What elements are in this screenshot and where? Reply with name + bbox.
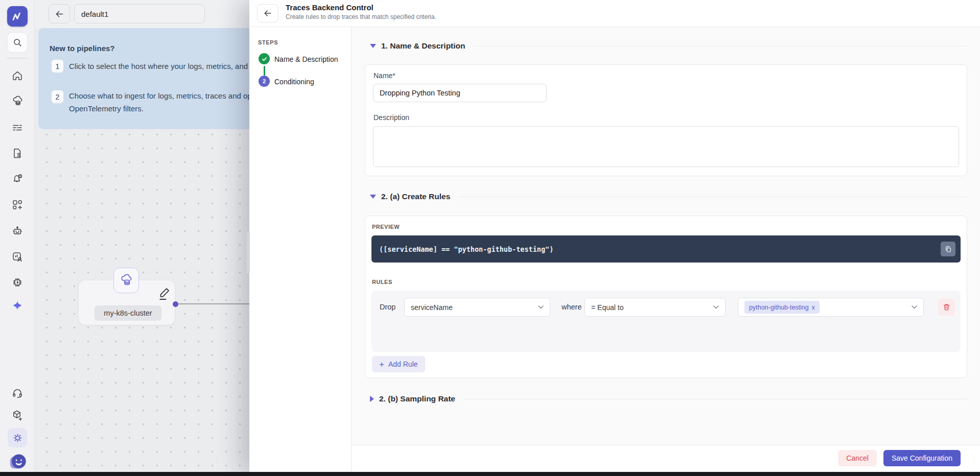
name-label: Name*	[374, 72, 395, 80]
node-connection-handle[interactable]	[173, 301, 178, 307]
middleware-logo[interactable]	[7, 6, 28, 27]
sidebar-item-logs[interactable]	[11, 122, 24, 134]
delete-rule-button[interactable]	[938, 299, 955, 316]
section-divider	[474, 46, 967, 46]
rule-field-select[interactable]: serviceName	[404, 298, 550, 317]
rule-operator-select[interactable]: = Equal to	[585, 298, 726, 317]
sidebar-item-infrastructure[interactable]	[11, 95, 24, 107]
sidebar-item-sessions[interactable]	[11, 251, 24, 263]
drawer-footer: Cancel Save Configuration	[352, 445, 980, 476]
collapse-triangle-icon[interactable]	[370, 44, 376, 48]
drawer-title: Traces Backend Control	[286, 3, 374, 12]
pencil-edit-icon	[157, 286, 172, 301]
rule-connector-text: where	[562, 298, 582, 317]
section-divider	[463, 399, 967, 399]
name-description-card: Name* Description	[365, 64, 967, 176]
arrow-left-icon	[263, 8, 273, 18]
step-active-indicator[interactable]: 2	[259, 76, 270, 87]
rules-label: RULES	[372, 279, 392, 285]
sidebar-item-home[interactable]	[11, 69, 24, 82]
pipeline-name-input[interactable]	[74, 4, 205, 23]
chevron-down-icon	[538, 305, 544, 309]
onboarding-step-text: OpenTelemetry filters.	[69, 104, 144, 113]
cloud-database-icon	[119, 273, 133, 288]
user-avatar[interactable]	[8, 451, 27, 470]
remove-tag-icon[interactable]: x	[812, 304, 815, 311]
create-rules-card: PREVIEW ([serviceName] == "python-github…	[365, 216, 967, 378]
canvas-back-button[interactable]	[49, 4, 70, 23]
sidebar-item-support[interactable]	[11, 387, 24, 399]
log-lines-icon	[11, 122, 24, 134]
search-icon	[12, 37, 23, 48]
section-title: 2. (a) Create Rules	[381, 192, 450, 201]
arrow-left-icon	[54, 9, 65, 19]
pipeline-edge	[178, 303, 250, 304]
rule-value-multiselect[interactable]: python-github-testing x	[738, 298, 924, 317]
cancel-button[interactable]: Cancel	[838, 450, 877, 466]
value-tag-chip: python-github-testing x	[744, 301, 820, 314]
robot-icon	[11, 225, 24, 237]
screen-bottom-edge	[0, 472, 980, 476]
name-input[interactable]	[373, 84, 547, 102]
headset-icon	[11, 387, 24, 399]
cpu-chip-icon	[11, 276, 24, 289]
node-edit-button[interactable]	[157, 286, 172, 301]
onboarding-panel: New to pipelines? 1 Click to select the …	[38, 28, 253, 129]
sidebar-item-ai-bot[interactable]	[11, 225, 24, 237]
rule-preview-code-block: ([serviceName] == "python-github-testing…	[371, 235, 961, 263]
section-header-sampling-rate: 2. (b) Sampling Rate	[370, 393, 967, 404]
chevron-down-icon	[713, 305, 719, 309]
onboarding-step-badge: 2	[51, 90, 64, 104]
rule-row-container: Drop serviceName where = Equal to python…	[371, 291, 961, 352]
package-add-icon	[11, 409, 24, 421]
sidebar-item-synthetics[interactable]	[11, 276, 24, 289]
scrollbar-thumb[interactable]	[247, 232, 250, 273]
step-connector	[264, 66, 265, 76]
sidebar-item-settings[interactable]	[8, 428, 27, 447]
preview-label: PREVIEW	[372, 224, 400, 230]
sidebar-item-reports[interactable]	[11, 147, 24, 159]
gear-icon	[12, 432, 24, 444]
onboarding-step-text: Choose what to ingest for logs, metrics,…	[69, 91, 253, 100]
drawer-subtitle: Create rules to drop traces that match s…	[286, 13, 436, 20]
add-rule-button[interactable]: + Add Rule	[372, 356, 425, 372]
grid-add-icon	[11, 199, 24, 211]
search-button[interactable]	[7, 32, 28, 53]
description-textarea[interactable]	[373, 126, 959, 167]
onboarding-step-badge: 1	[51, 59, 64, 73]
sidebar-item-integrations[interactable]	[11, 409, 24, 421]
sidebar	[0, 0, 35, 476]
steps-heading: STEPS	[258, 39, 278, 45]
onboarding-step-text: Click to select the host where your logs…	[69, 62, 253, 70]
copy-icon	[944, 245, 952, 253]
step-complete-indicator[interactable]	[259, 53, 270, 64]
section-header-create-rules: 2. (a) Create Rules	[370, 191, 967, 202]
trash-icon	[942, 303, 951, 312]
app-screen: New to pipelines? 1 Click to select the …	[0, 0, 980, 476]
home-icon	[11, 69, 24, 82]
add-rule-label: Add Rule	[388, 360, 418, 368]
description-label: Description	[374, 113, 409, 122]
rule-action-text: Drop	[380, 298, 395, 317]
sidebar-item-ai-assist[interactable]	[11, 299, 24, 312]
logo-mark-icon	[10, 9, 25, 23]
step-label-name-description[interactable]: Name & Description	[274, 55, 338, 63]
session-user-icon	[11, 251, 24, 263]
sidebar-item-alerts[interactable]	[11, 173, 24, 185]
node-label: my-k8s-cluster	[95, 305, 161, 321]
bell-alert-icon	[11, 173, 24, 185]
section-divider	[458, 197, 967, 197]
node-type-badge[interactable]	[113, 268, 139, 293]
avatar-icon	[8, 451, 27, 470]
step-label-conditioning[interactable]: Conditioning	[274, 78, 314, 86]
sidebar-item-dashboards[interactable]	[11, 199, 24, 211]
copy-button[interactable]	[941, 242, 955, 256]
save-configuration-button[interactable]: Save Configuration	[883, 450, 961, 466]
drawer-back-button[interactable]	[257, 4, 278, 22]
expand-triangle-icon[interactable]	[370, 396, 374, 402]
collapse-triangle-icon[interactable]	[370, 195, 376, 199]
value-tag-text: python-github-testing	[749, 304, 809, 311]
sidebar-divider	[7, 58, 28, 59]
rule-operator-value: = Equal to	[591, 303, 623, 312]
section-title: 2. (b) Sampling Rate	[379, 394, 455, 403]
